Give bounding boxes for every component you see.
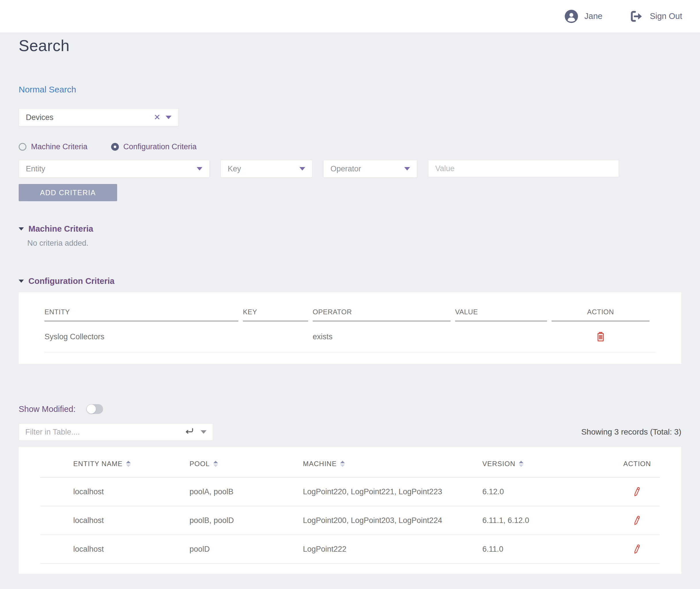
entity-select-placeholder: Entity <box>26 165 191 173</box>
toggle-knob <box>87 404 96 414</box>
column-header-key: KEY <box>243 308 308 322</box>
value-input[interactable] <box>428 160 619 177</box>
criteria-entity-value: Syslog Collectors <box>44 322 238 352</box>
user-icon <box>565 10 578 23</box>
criteria-key-value <box>243 322 308 352</box>
results-section: Show Modified: Showing 3 records (Total:… <box>19 404 681 574</box>
edit-row-button[interactable] <box>633 544 642 554</box>
collapse-caret-icon <box>19 279 24 283</box>
machine-criteria-radio-label: Machine Criteria <box>31 142 88 151</box>
chevron-down-icon <box>300 167 305 171</box>
sort-icon <box>519 461 523 467</box>
criteria-input-row: Entity Key Operator <box>19 160 681 178</box>
criteria-table-header: ENTITY KEY OPERATOR VALUE ACTION <box>44 308 656 322</box>
column-header-label: ENTITY NAME <box>73 460 123 468</box>
edit-icon <box>633 551 642 555</box>
column-header-pool[interactable]: POOL <box>189 460 303 468</box>
column-header-label: POOL <box>189 460 210 468</box>
column-header-entity: ENTITY <box>44 308 238 322</box>
table-row: localhost poolB, poolD LogPoint200, LogP… <box>40 506 660 535</box>
pool-cell: poolB, poolD <box>189 506 303 535</box>
page-title: Search <box>19 36 681 55</box>
clear-icon[interactable]: ✕ <box>154 114 161 122</box>
entity-name-cell: localhost <box>73 477 189 506</box>
edit-row-button[interactable] <box>633 515 642 526</box>
key-select[interactable]: Key <box>220 160 312 178</box>
configuration-criteria-card: ENTITY KEY OPERATOR VALUE ACTION Syslog … <box>19 292 681 364</box>
version-cell: 6.11.0 <box>482 535 615 563</box>
machine-criteria-empty-text: No criteria added. <box>19 239 681 248</box>
edit-icon <box>633 494 642 498</box>
operator-select-placeholder: Operator <box>331 165 399 173</box>
pool-cell: poolA, poolB <box>189 477 303 506</box>
configuration-criteria-radio-label: Configuration Criteria <box>124 142 197 151</box>
radio-selected-icon <box>111 143 119 151</box>
normal-search-link[interactable]: Normal Search <box>19 85 76 94</box>
operator-select[interactable]: Operator <box>323 160 417 178</box>
column-header-value: VALUE <box>455 308 547 322</box>
edit-icon <box>633 522 642 527</box>
entity-name-cell: localhost <box>73 506 189 535</box>
pool-cell: poolD <box>189 535 303 563</box>
configuration-criteria-title: Configuration Criteria <box>28 276 115 286</box>
entity-name-cell: localhost <box>73 535 189 563</box>
records-summary: Showing 3 records (Total: 3) <box>581 427 681 437</box>
sign-out-button[interactable]: Sign Out <box>630 10 682 23</box>
main-content: Search Normal Search Devices ✕ Machine C… <box>0 36 700 574</box>
column-header-operator: OPERATOR <box>313 308 451 322</box>
criteria-operator-value: exists <box>313 322 451 352</box>
radio-unselected-icon <box>19 143 26 151</box>
top-bar: Jane Sign Out <box>0 0 700 32</box>
column-header-label: VERSION <box>482 460 515 468</box>
column-header-action: ACTION <box>615 460 660 468</box>
configuration-criteria-section-header[interactable]: Configuration Criteria <box>19 276 681 286</box>
table-row: localhost poolD LogPoint222 6.11.0 <box>40 535 660 564</box>
machine-criteria-section-header[interactable]: Machine Criteria <box>19 224 681 234</box>
search-type-select[interactable]: Devices ✕ <box>19 109 179 126</box>
entity-select[interactable]: Entity <box>19 160 210 178</box>
show-modified-toggle[interactable] <box>86 404 103 414</box>
show-modified-label: Show Modified: <box>19 404 75 414</box>
column-header-machine[interactable]: MACHINE <box>303 460 482 468</box>
chevron-down-icon <box>404 167 410 171</box>
enter-icon[interactable] <box>184 427 194 437</box>
column-header-label: MACHINE <box>303 460 337 468</box>
criteria-value-value <box>455 322 547 352</box>
configuration-criteria-radio[interactable]: Configuration Criteria <box>111 142 197 151</box>
key-select-placeholder: Key <box>228 165 294 173</box>
machine-criteria-radio[interactable]: Machine Criteria <box>19 142 88 151</box>
column-header-version[interactable]: VERSION <box>482 460 615 468</box>
version-cell: 6.11.1, 6.12.0 <box>482 506 615 535</box>
machine-cell: LogPoint222 <box>303 535 482 563</box>
user-menu[interactable]: Jane <box>565 10 602 23</box>
chevron-down-icon <box>197 167 202 171</box>
version-cell: 6.12.0 <box>482 477 615 506</box>
column-header-label: ACTION <box>623 460 651 468</box>
sort-icon <box>126 461 131 467</box>
table-row: localhost poolA, poolB LogPoint220, LogP… <box>40 477 660 506</box>
trash-icon <box>596 339 605 343</box>
search-type-value: Devices <box>26 113 149 122</box>
column-header-entity-name[interactable]: ENTITY NAME <box>73 460 189 468</box>
table-filter <box>19 423 213 441</box>
column-header-action: ACTION <box>552 308 650 322</box>
criteria-table-row: Syslog Collectors exists <box>44 322 656 353</box>
machine-cell: LogPoint220, LogPoint221, LogPoint223 <box>303 477 482 506</box>
chevron-down-icon <box>166 116 171 119</box>
sort-icon <box>213 461 218 467</box>
machine-criteria-section: Machine Criteria No criteria added. <box>19 224 681 248</box>
delete-criteria-button[interactable] <box>596 331 605 342</box>
filter-chevron-down-icon[interactable] <box>201 430 206 434</box>
collapse-caret-icon <box>19 227 24 230</box>
criteria-mode-radios: Machine Criteria Configuration Criteria <box>19 142 681 151</box>
machine-criteria-title: Machine Criteria <box>28 224 93 234</box>
sort-icon <box>340 461 345 467</box>
results-table-header: ENTITY NAME POOL MACHINE VERSION ACTION <box>40 460 660 477</box>
sign-out-label: Sign Out <box>650 11 682 21</box>
table-filter-input[interactable] <box>25 428 184 437</box>
sign-out-icon <box>630 10 644 23</box>
machine-cell: LogPoint200, LogPoint203, LogPoint224 <box>303 506 482 535</box>
edit-row-button[interactable] <box>633 486 642 497</box>
add-criteria-button[interactable]: ADD CRITERIA <box>19 184 117 201</box>
results-table-card: ENTITY NAME POOL MACHINE VERSION ACTION <box>19 447 681 574</box>
